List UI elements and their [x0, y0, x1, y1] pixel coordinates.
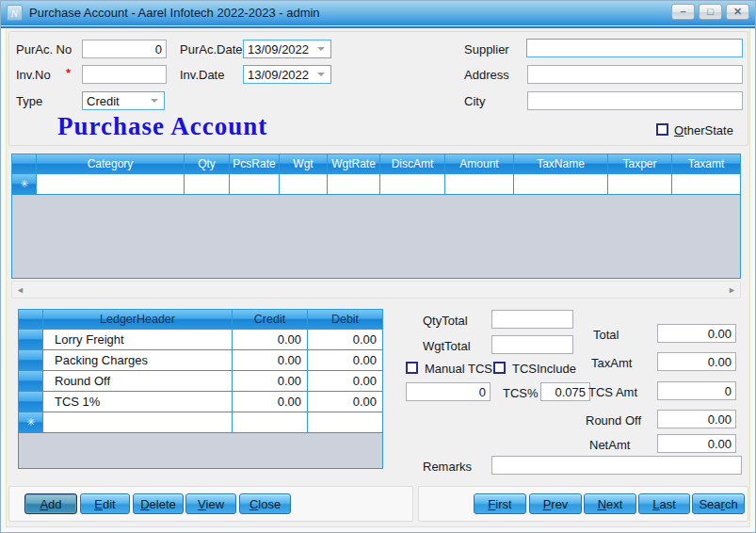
col-header-debit[interactable]: Debit: [308, 310, 382, 330]
cell-wgtrate[interactable]: [328, 174, 380, 195]
cell-pcsrate[interactable]: [230, 174, 280, 195]
other-state-checkbox[interactable]: [656, 123, 668, 136]
ledger-debit-cell[interactable]: 0.00: [308, 392, 382, 412]
inv-date-picker[interactable]: 13/09/2022: [243, 65, 331, 84]
purac-no-input[interactable]: [82, 40, 167, 58]
dropdown-arrow-icon[interactable]: [317, 47, 325, 51]
cell-qty[interactable]: [185, 174, 230, 195]
col-header-credit[interactable]: Credit: [233, 310, 308, 330]
ledger-debit-cell[interactable]: [308, 412, 382, 433]
tcs-amt-input[interactable]: [657, 381, 736, 400]
inv-no-input[interactable]: [82, 65, 167, 84]
wgt-total-input[interactable]: [491, 335, 573, 354]
remarks-input[interactable]: [491, 456, 742, 475]
row-header[interactable]: [19, 371, 43, 392]
manual-tcs-label[interactable]: Manual TCS: [425, 362, 492, 377]
new-row-indicator[interactable]: ✳: [12, 174, 37, 195]
tax-amt-label: TaxAmt: [591, 356, 632, 371]
cell-discamt[interactable]: [380, 174, 445, 195]
maximize-button[interactable]: □: [699, 4, 722, 20]
dropdown-arrow-icon[interactable]: [317, 73, 325, 76]
wgt-total-label: WgtTotal: [423, 339, 471, 354]
ledger-debit-cell[interactable]: 0.00: [308, 350, 382, 371]
title-bar[interactable]: N Purchase Account - Aarel Infotech 2022…: [1, 1, 755, 25]
col-header-wgt[interactable]: Wgt: [280, 154, 328, 174]
row-header[interactable]: [19, 392, 43, 412]
city-input[interactable]: [527, 91, 743, 110]
col-header-amount[interactable]: Amount: [445, 154, 514, 174]
net-amt-input[interactable]: [657, 434, 736, 453]
round-off-input[interactable]: [657, 410, 736, 428]
ledger-name-cell[interactable]: TCS 1%: [43, 392, 233, 412]
cell-category[interactable]: [37, 174, 185, 195]
ledger-name-cell[interactable]: Round Off: [43, 371, 233, 392]
tcs-include-label[interactable]: TCSInclude: [512, 362, 576, 377]
ledger-credit-cell[interactable]: 0.00: [233, 392, 308, 412]
ledger-row: Round Off 0.00 0.00: [19, 371, 382, 392]
scroll-right-icon[interactable]: ►: [728, 285, 736, 295]
cell-wgt[interactable]: [280, 174, 328, 195]
close-record-button[interactable]: Close: [239, 493, 291, 514]
address-input[interactable]: [527, 65, 743, 84]
ledger-debit-cell[interactable]: 0.00: [308, 330, 382, 350]
tcs-percent-input[interactable]: [540, 382, 590, 401]
dropdown-arrow-icon[interactable]: [151, 99, 158, 103]
minimize-button[interactable]: –: [671, 4, 695, 20]
new-row-indicator[interactable]: ✳: [19, 412, 43, 433]
col-header-wgtrate[interactable]: WgtRate: [328, 154, 380, 174]
col-header-discamt[interactable]: DiscAmt: [380, 154, 445, 174]
cell-taxamt[interactable]: [672, 174, 740, 195]
purac-date-label: PurAc.Date: [180, 42, 242, 57]
type-combobox[interactable]: Credit: [82, 91, 165, 110]
col-header-pcsrate[interactable]: PcsRate: [230, 154, 280, 174]
purac-no-label: PurAc. No: [16, 42, 72, 57]
manual-tcs-checkbox[interactable]: [406, 362, 418, 374]
items-grid-corner-cell[interactable]: [12, 154, 37, 174]
ledger-grid: LedgerHeader Credit Debit Lorry Freight …: [18, 309, 383, 469]
round-off-label: Round Off: [586, 413, 641, 428]
col-header-ledgerheader[interactable]: LedgerHeader: [43, 310, 233, 330]
ledger-credit-cell[interactable]: [233, 412, 308, 433]
cell-taxname[interactable]: [514, 174, 608, 195]
ledger-row: Packing Charges 0.00 0.00: [19, 350, 382, 371]
supplier-input[interactable]: [526, 39, 743, 57]
supplier-label: Supplier: [464, 42, 509, 57]
purac-date-picker[interactable]: 13/09/2022: [243, 40, 331, 58]
col-header-category[interactable]: Category: [37, 154, 185, 174]
col-header-taxamt[interactable]: Taxamt: [672, 154, 740, 174]
col-header-taxper[interactable]: Taxper: [608, 154, 672, 174]
ledger-corner-cell[interactable]: [19, 310, 43, 330]
first-button[interactable]: First: [474, 493, 526, 514]
view-button[interactable]: View: [185, 493, 236, 514]
search-button[interactable]: Search: [692, 493, 745, 514]
prev-button[interactable]: Prev: [529, 493, 582, 514]
ledger-debit-cell[interactable]: 0.00: [308, 371, 382, 392]
last-button[interactable]: Last: [638, 493, 690, 514]
edit-button[interactable]: Edit: [80, 493, 130, 514]
ledger-credit-cell[interactable]: 0.00: [233, 330, 308, 350]
ledger-name-cell[interactable]: [43, 412, 233, 433]
items-grid-hscrollbar[interactable]: ◄ ►: [11, 281, 741, 299]
qty-total-input[interactable]: [491, 310, 573, 329]
tax-amt-input[interactable]: [657, 352, 736, 371]
next-button[interactable]: Next: [584, 493, 636, 514]
ledger-name-cell[interactable]: Packing Charges: [43, 350, 233, 371]
add-button[interactable]: Add: [24, 493, 77, 514]
app-logo-glyph: N: [11, 8, 19, 19]
row-header[interactable]: [19, 350, 43, 371]
scroll-left-icon[interactable]: ◄: [16, 285, 24, 295]
row-header[interactable]: [19, 330, 43, 350]
delete-button[interactable]: Delete: [133, 493, 184, 514]
ledger-credit-cell[interactable]: 0.00: [233, 371, 308, 392]
close-button[interactable]: ✕: [726, 4, 749, 20]
cell-amount[interactable]: [445, 174, 514, 195]
tcs-amount-input[interactable]: [406, 382, 491, 401]
col-header-qty[interactable]: Qty: [185, 154, 230, 174]
ledger-credit-cell[interactable]: 0.00: [233, 350, 308, 371]
total-input[interactable]: [657, 324, 736, 343]
cell-taxper[interactable]: [608, 174, 672, 195]
col-header-taxname[interactable]: TaxName: [514, 154, 608, 174]
other-state-label[interactable]: OtherState: [674, 123, 733, 138]
tcs-include-checkbox[interactable]: [493, 362, 506, 374]
ledger-name-cell[interactable]: Lorry Freight: [43, 330, 233, 350]
